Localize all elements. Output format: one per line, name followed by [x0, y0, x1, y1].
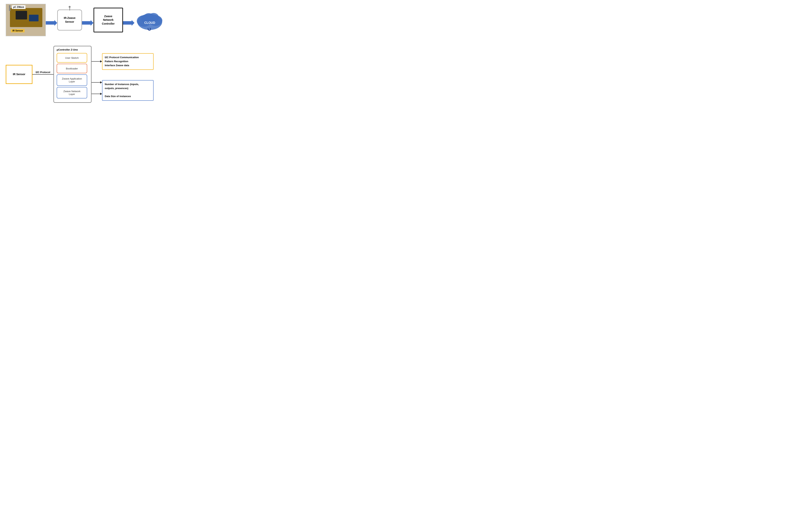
- layer-user-sketch: User Sketch: [57, 53, 87, 62]
- arrow-zwave-app: [92, 81, 102, 84]
- controller-box: ZwaveNetworkController: [94, 7, 123, 33]
- blue-line1: Number of Instances (inputs,: [105, 83, 139, 86]
- ir-zwave-sensor-box: IR-ZwaveSensor: [57, 10, 82, 31]
- controller-label: ZwaveNetworkController: [102, 15, 115, 26]
- antenna-line: [70, 8, 70, 11]
- ir-label-photo: IR Sensor: [11, 29, 25, 33]
- top-diagram: μC ZWave IR Sensor IR-ZwaveSensor ZwaveN…: [6, 4, 193, 36]
- ir-sensor-box: IR Sensor: [6, 65, 33, 84]
- layer-bootloader-text: Bootloader: [66, 67, 78, 70]
- antenna-ball: [69, 6, 71, 8]
- microcontroller-container: μController Z-Uno User Sketch Bootloader…: [53, 46, 92, 103]
- info-box-blue: Number of Instances (inputs, outputs, pr…: [102, 80, 154, 100]
- antenna: [9, 5, 11, 11]
- cloud: CLOUD: [134, 7, 165, 33]
- ir-sensor-text: IR Sensor: [13, 73, 25, 76]
- mc-title: μController Z-Uno: [57, 48, 88, 51]
- layer-zwave-app-text: Zwave ApplicationLayer: [62, 77, 82, 83]
- blue-line2: outputs, presences): [105, 87, 128, 90]
- bottom-diagram: IR Sensor I2C Protocol μController Z-Uno…: [6, 46, 193, 103]
- arrow-zwave-net: [92, 92, 102, 96]
- blue-line3: Data Size of instances: [105, 95, 131, 98]
- layer-zwave-net: Zwave NetworkLayer: [57, 87, 87, 98]
- chip2: [29, 15, 39, 21]
- hardware-photo: μC ZWave IR Sensor: [6, 4, 46, 36]
- arrow-user-sketch: [92, 60, 102, 63]
- sensor-antenna: [69, 6, 71, 11]
- layer-bootloader: Bootloader: [57, 64, 87, 73]
- user-sketch-row: I2C Protocol Communication Pattern Recog…: [92, 57, 154, 66]
- sensor-label: IR-ZwaveSensor: [64, 16, 75, 24]
- layer-zwave-net-text: Zwave NetworkLayer: [63, 90, 80, 96]
- cloud-svg: CLOUD: [134, 7, 165, 33]
- i2c-line: I2C Protocol: [33, 74, 53, 75]
- uc-label: μC ZWave: [12, 5, 25, 9]
- layer-zwave-app: Zwave ApplicationLayer: [57, 74, 87, 86]
- yellow-line2: Pattern Recognition: [105, 60, 128, 63]
- bootloader-spacer: [92, 66, 154, 77]
- yellow-line1: I2C Protocol Communication: [105, 56, 139, 59]
- svg-text:CLOUD: CLOUD: [145, 21, 155, 24]
- right-info-section: I2C Protocol Communication Pattern Recog…: [92, 48, 154, 100]
- zwave-layers-row: Number of Instances (inputs, outputs, pr…: [92, 77, 154, 100]
- i2c-connector: [33, 74, 53, 75]
- layer-user-sketch-text: User Sketch: [65, 56, 79, 59]
- chip1: [16, 11, 27, 19]
- i2c-label: I2C Protocol: [36, 71, 50, 74]
